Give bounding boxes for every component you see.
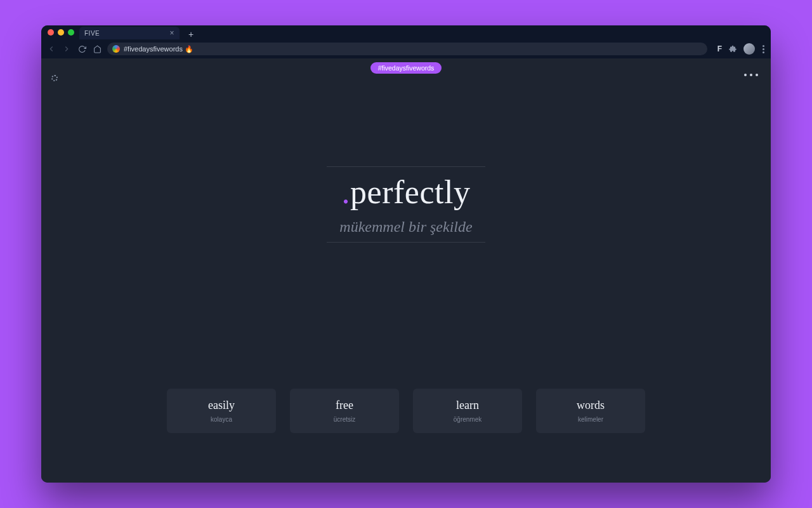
word-cards-row: easily kolayca free ücretsiz learn öğren… [41, 389, 771, 483]
new-tab-button[interactable]: + [186, 29, 196, 39]
word-card[interactable]: words kelimeler [536, 389, 645, 433]
page-header: #fivedaysfivewords [41, 58, 771, 77]
divider [327, 166, 485, 167]
word-card-tr: kolayca [211, 416, 232, 423]
word-card-en: easily [208, 399, 235, 412]
toolbar-right: F [717, 43, 766, 55]
word-card[interactable]: easily kolayca [167, 389, 276, 433]
address-bar[interactable]: #fivedaysfivewords 🔥 [107, 43, 707, 55]
extensions-icon[interactable] [728, 44, 737, 53]
url-text: #fivedaysfivewords 🔥 [124, 45, 193, 53]
word-card[interactable]: free ücretsiz [290, 389, 399, 433]
tab-title: FIVE [84, 30, 100, 37]
home-button[interactable] [92, 44, 102, 54]
current-translation: mükemmel bir şekilde [339, 218, 472, 236]
word-text: perfectly [350, 174, 470, 210]
tab-strip: FIVE × + [79, 25, 196, 39]
word-card-tr: öğrenmek [454, 416, 481, 423]
maximize-window-button[interactable] [68, 29, 74, 36]
reload-button[interactable] [77, 44, 87, 54]
titlebar: FIVE × + [41, 25, 771, 39]
word-card-tr: kelimeler [578, 416, 603, 423]
extension-f-button[interactable]: F [717, 44, 722, 53]
hero-area: .perfectly mükemmel bir şekilde [41, 77, 771, 389]
browser-toolbar: #fivedaysfivewords 🔥 F [41, 39, 771, 58]
browser-window: FIVE × + #fivedaysfivewords 🔥 F [41, 25, 771, 483]
browser-tab[interactable]: FIVE × [79, 27, 180, 39]
site-favicon-icon [112, 45, 120, 53]
back-button[interactable] [46, 44, 56, 54]
hashtag-chip[interactable]: #fivedaysfivewords [370, 62, 442, 74]
page-content: #fivedaysfivewords .perfectly mükemmel b… [41, 58, 771, 483]
window-controls [41, 29, 74, 36]
minimize-window-button[interactable] [58, 29, 64, 36]
word-card-en: learn [456, 399, 479, 412]
word-card[interactable]: learn öğrenmek [413, 389, 522, 433]
close-tab-icon[interactable]: × [169, 29, 174, 37]
divider [327, 242, 485, 243]
word-card-en: words [577, 399, 605, 412]
dot-accent-icon: . [342, 174, 351, 210]
word-card-tr: ücretsiz [334, 416, 355, 423]
word-card-en: free [336, 399, 353, 412]
close-window-button[interactable] [48, 29, 54, 36]
forward-button[interactable] [62, 44, 72, 54]
current-word: .perfectly [342, 173, 471, 211]
browser-menu-icon[interactable] [761, 44, 766, 55]
profile-avatar[interactable] [743, 43, 755, 55]
